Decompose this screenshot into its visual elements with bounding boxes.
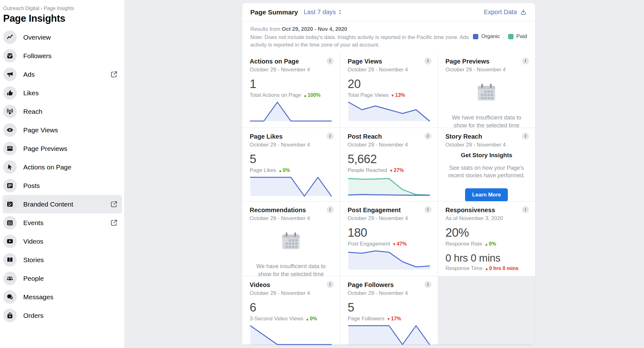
- legend-organic-swatch: [473, 34, 478, 39]
- chart-legend: Organic Paid: [473, 33, 527, 40]
- sidebar-item-label: Events: [23, 219, 43, 227]
- delta-value: 13%: [395, 92, 405, 98]
- sidebar-item-label: Branded Content: [23, 201, 73, 208]
- info-icon[interactable]: i: [425, 133, 431, 140]
- info-icon[interactable]: i: [327, 281, 334, 288]
- sidebar-item-label: Likes: [23, 89, 39, 97]
- export-data-button[interactable]: Export Data: [484, 8, 527, 16]
- info-icon[interactable]: i: [522, 133, 529, 140]
- external-link-icon: [110, 200, 118, 208]
- metric-delta: ▲0 hrs 0 mins: [485, 266, 519, 271]
- delta-value: 0%: [310, 316, 317, 321]
- calendar-icon: [250, 231, 332, 252]
- info-icon[interactable]: i: [425, 281, 431, 288]
- sidebar-item-label: Ads: [23, 71, 35, 78]
- info-icon[interactable]: i: [327, 133, 334, 140]
- calendar-icon: [446, 82, 528, 103]
- info-icon[interactable]: i: [522, 58, 529, 64]
- sparkline-chart: [250, 325, 332, 345]
- followers-icon: [3, 49, 17, 63]
- sidebar-item-reach[interactable]: Reach: [3, 102, 122, 121]
- sidebar-item-label: Overview: [23, 34, 51, 41]
- external-link-icon: [110, 70, 118, 79]
- breadcrumb[interactable]: Outreach Digital › Page Insights: [3, 6, 121, 11]
- page-views-icon: [3, 123, 17, 137]
- card-post-reach: iPost ReachOctober 29 - November 45,662P…: [340, 128, 438, 201]
- card-title: Page Followers: [348, 281, 430, 289]
- card-recommendations: iRecommendationsOctober 29 - November 4W…: [242, 201, 340, 276]
- messages-icon: [3, 290, 17, 304]
- ads-icon: [3, 68, 17, 81]
- card-date-range: October 29 - November 4: [250, 215, 332, 222]
- card-videos: iVideosOctober 29 - November 463-Second …: [242, 276, 340, 345]
- actions-on-page-icon: [3, 160, 17, 174]
- empty-grid-cell: [438, 276, 536, 345]
- up-triangle-icon: ▲: [303, 93, 307, 98]
- sidebar-item-overview[interactable]: Overview: [3, 28, 122, 47]
- sidebar-item-events[interactable]: Events: [3, 213, 122, 232]
- metric-label: Response Time: [446, 265, 483, 272]
- down-triangle-icon: ▼: [387, 317, 391, 321]
- info-icon[interactable]: i: [327, 58, 334, 64]
- card-responsiveness: iResponsivenessAs of November 3, 202020%…: [438, 201, 536, 276]
- card-date-range: October 29 - November 4: [348, 142, 430, 148]
- page-previews-icon: [3, 142, 17, 155]
- info-icon[interactable]: i: [425, 206, 431, 213]
- events-icon: [3, 216, 17, 229]
- up-triangle-icon: ▲: [485, 242, 488, 246]
- results-text-block: Results from Oct 29, 2020 - Nov 4, 2020 …: [250, 26, 473, 53]
- card-date-range: October 29 - November 4: [348, 290, 430, 296]
- sidebar-item-posts[interactable]: Posts: [3, 176, 122, 195]
- metric-line: Response Rate▲0%: [446, 241, 528, 247]
- metric-line: Page Likes▲0%: [250, 167, 332, 174]
- metric-delta: ▼13%: [391, 92, 405, 98]
- sidebar-item-messages[interactable]: Messages: [3, 288, 122, 306]
- sparkline-chart: [348, 102, 430, 122]
- card-secondary-value: 0 hrs 0 mins: [446, 253, 528, 264]
- metric-line: People Reached▼27%: [348, 167, 430, 174]
- sidebar-item-actions-on-page[interactable]: Actions on Page: [3, 158, 122, 176]
- card-page-views: iPage ViewsOctober 29 - November 420Tota…: [340, 53, 438, 128]
- info-icon[interactable]: i: [522, 206, 529, 213]
- sidebar-item-label: Page Previews: [23, 145, 67, 152]
- cards-grid: iActions on PageOctober 29 - November 41…: [242, 53, 535, 345]
- stories-icon: [3, 253, 17, 267]
- overview-icon: [3, 30, 17, 44]
- card-title: Post Engagement: [348, 207, 430, 214]
- story-insights-heading: Get Story Insights: [446, 152, 528, 159]
- date-range-selector[interactable]: Last 7 days: [304, 8, 341, 16]
- results-date-range: Oct 29, 2020 - Nov 4, 2020: [282, 26, 347, 32]
- card-page-previews: iPage PreviewsOctober 29 - November 4We …: [438, 53, 536, 128]
- sidebar-item-people[interactable]: People: [3, 269, 122, 288]
- learn-more-button[interactable]: Learn More: [465, 188, 508, 202]
- delta-value: 17%: [391, 316, 401, 321]
- metric-label: Page Followers: [348, 316, 385, 322]
- sidebar-item-label: Followers: [23, 52, 52, 60]
- metric-label: Total Page Views: [348, 92, 389, 98]
- metric-line: Post Engagement▼47%: [348, 241, 430, 247]
- sidebar-item-page-previews[interactable]: Page Previews: [3, 139, 122, 158]
- sidebar-item-orders[interactable]: Orders: [3, 306, 122, 325]
- sidebar-item-ads[interactable]: Ads: [3, 65, 122, 84]
- card-value: 20: [348, 78, 430, 91]
- sidebar-item-followers[interactable]: Followers: [3, 47, 122, 65]
- legend-paid-swatch: [508, 34, 514, 39]
- sidebar-item-stories[interactable]: Stories: [3, 251, 122, 269]
- sidebar-item-page-views[interactable]: Page Views: [3, 121, 122, 139]
- sidebar-item-likes[interactable]: Likes: [3, 84, 122, 102]
- card-date-range: October 29 - November 4: [348, 215, 430, 222]
- info-icon[interactable]: i: [327, 206, 334, 213]
- sidebar-item-label: Actions on Page: [23, 163, 71, 171]
- sparkline-chart: [348, 250, 430, 270]
- sidebar-item-branded-content[interactable]: Branded Content: [3, 195, 122, 213]
- sparkline-chart: [348, 177, 430, 197]
- results-prefix: Results from: [250, 26, 280, 32]
- card-date-range: October 29 - November 4: [250, 67, 332, 73]
- sidebar-item-videos[interactable]: Videos: [3, 232, 122, 251]
- delta-value: 0%: [489, 241, 496, 246]
- info-icon[interactable]: i: [425, 58, 431, 64]
- metric-delta: ▲0%: [485, 241, 496, 247]
- card-story-reach: iStory ReachOctober 29 - November 4Get S…: [438, 128, 536, 201]
- sidebar-item-label: Posts: [23, 182, 40, 190]
- sort-arrows-icon: [338, 10, 341, 14]
